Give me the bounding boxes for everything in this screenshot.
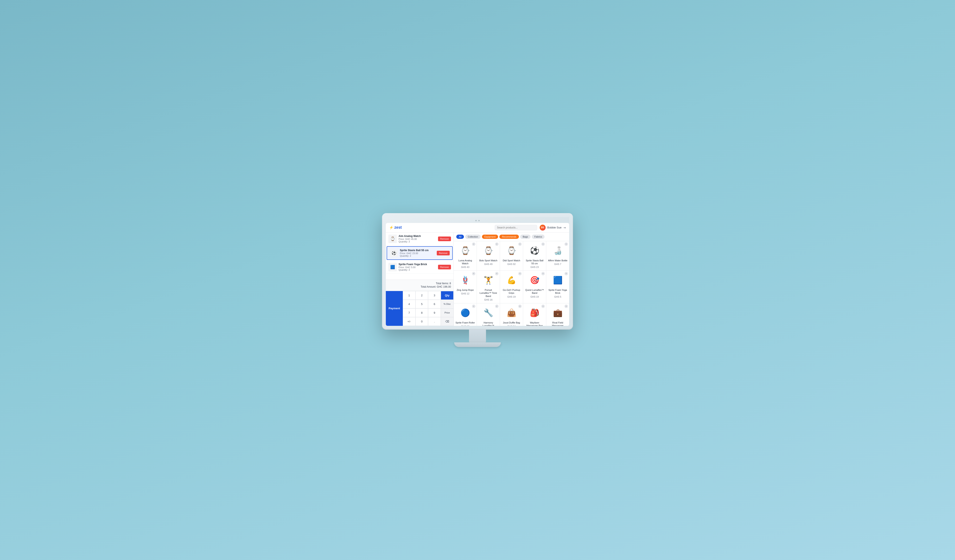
numpad-key-1[interactable]: 1 <box>403 291 415 300</box>
product-price: GHS 16 <box>484 299 492 301</box>
numpad-key-9[interactable]: 9 <box>428 308 441 317</box>
cart-item-name: Aim Analog Watch <box>399 235 436 238</box>
product-card[interactable]: + 💼 Rival Field Messenger GHS 45 <box>546 303 569 326</box>
total-amount: Total Amount: GHC 196.00 <box>388 285 451 288</box>
remove-button[interactable]: Remove <box>438 265 451 269</box>
product-add-icon[interactable]: + <box>495 242 498 246</box>
product-card[interactable]: + ⚽ Sprite Stasis Ball 55 cm GHS 23 <box>523 241 546 271</box>
product-card[interactable]: + 🎒 Wayfarer Messenger Bag GHS 45 <box>523 303 546 326</box>
product-name: Sprite Stasis Ball 55 cm <box>525 259 544 265</box>
product-card[interactable]: + 🍶 Affirm Water Bottle GHS 7 <box>546 241 569 271</box>
product-price: GHS 43 <box>461 266 469 268</box>
product-add-icon[interactable]: + <box>542 242 545 246</box>
product-image: 💪 <box>504 273 519 288</box>
product-add-icon[interactable]: + <box>495 272 498 275</box>
product-add-icon[interactable]: + <box>542 305 545 308</box>
numpad-qty-key[interactable]: Qty <box>441 291 454 300</box>
logo: ⚡ zest <box>389 225 402 230</box>
product-image: ⌚ <box>481 243 496 258</box>
product-add-icon[interactable]: + <box>542 272 545 275</box>
product-add-icon[interactable]: + <box>565 242 568 246</box>
product-image: ⌚ <box>504 243 519 258</box>
numpad-key-2[interactable]: 2 <box>415 291 428 300</box>
numpad-key-5[interactable]: 5 <box>415 300 428 308</box>
product-card[interactable]: + ⌚ Didi Sport Watch GHS 92 <box>500 241 523 271</box>
product-image: 🟦 <box>550 273 565 288</box>
product-price: GHS 7 <box>554 263 561 265</box>
filter-fabrics[interactable]: Fabrics <box>532 235 545 239</box>
product-card[interactable]: + ⌚ Luma Analog Watch GHS 43 <box>454 241 477 271</box>
cart-item-selected[interactable]: ⚽ Sprite Stasis Ball 55 cm Price: GHC 23… <box>387 246 452 260</box>
product-add-icon[interactable]: + <box>565 305 568 308</box>
filter-bags[interactable]: Bags <box>520 235 531 239</box>
numpad-key-4[interactable]: 4 <box>403 300 415 308</box>
cart-item-info: Aim Analog Watch Price: GHC 45.00 Quanti… <box>399 235 436 243</box>
numpad-key-8[interactable]: 8 <box>415 308 428 317</box>
numpad-dot-key[interactable]: . <box>428 317 441 326</box>
product-add-icon[interactable]: + <box>495 305 498 308</box>
product-card[interactable]: + 🏋️ Pursuit Lumaflex™ Tone Band GHS 16 <box>477 271 500 303</box>
numpad-backspace-key[interactable]: ⌫ <box>441 317 454 326</box>
product-image: ⌚ <box>458 243 473 258</box>
product-image: 🪢 <box>458 273 473 288</box>
product-card[interactable]: + 🔵 Sprite Foam Roller GHS 19 <box>454 303 477 326</box>
filter-recommends[interactable]: Recommends <box>499 235 519 239</box>
filter-collection[interactable]: Collection <box>465 235 481 239</box>
product-image: 🔧 <box>481 305 496 320</box>
logout-icon[interactable]: ⇥ <box>563 226 566 229</box>
numpad-disc-key[interactable]: % Disc <box>441 300 454 308</box>
product-image: 🎯 <box>527 273 542 288</box>
product-price: GHS 23 <box>530 266 539 268</box>
product-card[interactable]: + 💪 Go-Get'r Pushup Grips GHS 19 <box>500 271 523 303</box>
product-card[interactable]: + ⌚ Bolo Sport Watch GHS 49 <box>477 241 500 271</box>
product-add-icon[interactable]: + <box>472 272 475 275</box>
cart-item[interactable]: 🟦 Sprite Foam Yoga Brick Price: GHC 5.00… <box>386 261 454 274</box>
product-card[interactable]: + 🟦 Sprite Foam Yoga Brick GHS 5 <box>546 271 569 303</box>
cart-item-qty: Quantity: 3 <box>399 269 436 271</box>
product-card[interactable]: + 🔧 Harmony Lumaflex™ Strength Band Kit … <box>477 303 500 326</box>
camera-dot <box>475 220 477 221</box>
cart-items-list: ⌚ Aim Analog Watch Price: GHC 45.00 Quan… <box>386 233 454 280</box>
product-name: Sprite Foam Yoga Brick <box>548 288 567 295</box>
numpad-key-7[interactable]: 7 <box>403 308 415 317</box>
product-card[interactable]: + 👜 Joust Duffle Bag GHS 34 <box>500 303 523 326</box>
avatar: BS <box>540 225 546 231</box>
remove-button[interactable]: Remove <box>437 251 450 255</box>
cart-item-price: Price: GHC 45.00 <box>399 238 436 240</box>
filter-equipment[interactable]: Equipment <box>482 235 498 239</box>
product-image: 🏋️ <box>481 273 496 288</box>
product-name: Harmony Lumaflex™ Strength Band Kit <box>479 321 498 326</box>
product-add-icon[interactable]: + <box>518 305 521 308</box>
cart-item-price: Price: GHC 5.00 <box>399 266 436 269</box>
product-price: GHS 19 <box>461 325 469 325</box>
numpad-plusminus-key[interactable]: +/- <box>403 317 415 326</box>
search-input[interactable] <box>495 225 537 230</box>
numpad-key-3[interactable]: 3 <box>428 291 441 300</box>
product-image: 💼 <box>550 305 565 320</box>
numpad-price-key[interactable]: Price <box>441 308 454 317</box>
product-add-icon[interactable]: + <box>472 305 475 308</box>
product-add-icon[interactable]: + <box>472 242 475 246</box>
product-price: GHS 12 <box>461 292 469 295</box>
numpad-key-6[interactable]: 6 <box>428 300 441 308</box>
cart-totals: Total Items: 8 Total Amount: GHC 196.00 <box>386 280 454 291</box>
product-add-icon[interactable]: + <box>565 272 568 275</box>
product-name: Joust Duffle Bag <box>503 321 520 324</box>
product-price: GHS 49 <box>484 263 492 265</box>
product-add-icon[interactable]: + <box>518 242 521 246</box>
product-add-icon[interactable]: + <box>518 272 521 275</box>
filter-all[interactable]: All <box>456 235 464 239</box>
payment-button[interactable]: Payment <box>386 291 403 326</box>
product-card[interactable]: + 🎯 Quest Lumaflex™ Band GHS 19 <box>523 271 546 303</box>
product-price: GHS 5 <box>554 296 561 298</box>
product-name: Rival Field Messenger <box>548 321 567 326</box>
product-name: Wayfarer Messenger Bag <box>525 321 544 326</box>
product-card[interactable]: + 🪢 Zing Jump Rope GHS 12 <box>454 271 477 303</box>
numpad-key-0[interactable]: 0 <box>415 317 428 326</box>
user-name: Bobbie Sue <box>547 226 562 229</box>
cart-item[interactable]: ⌚ Aim Analog Watch Price: GHC 45.00 Quan… <box>386 233 454 246</box>
product-name: Bolo Sport Watch <box>479 259 497 262</box>
remove-button[interactable]: Remove <box>438 236 451 241</box>
cart-item-qty: Quantity: 3 <box>399 240 436 243</box>
products-grid: + ⌚ Luma Analog Watch GHS 43 + ⌚ Bolo Sp… <box>454 241 569 326</box>
